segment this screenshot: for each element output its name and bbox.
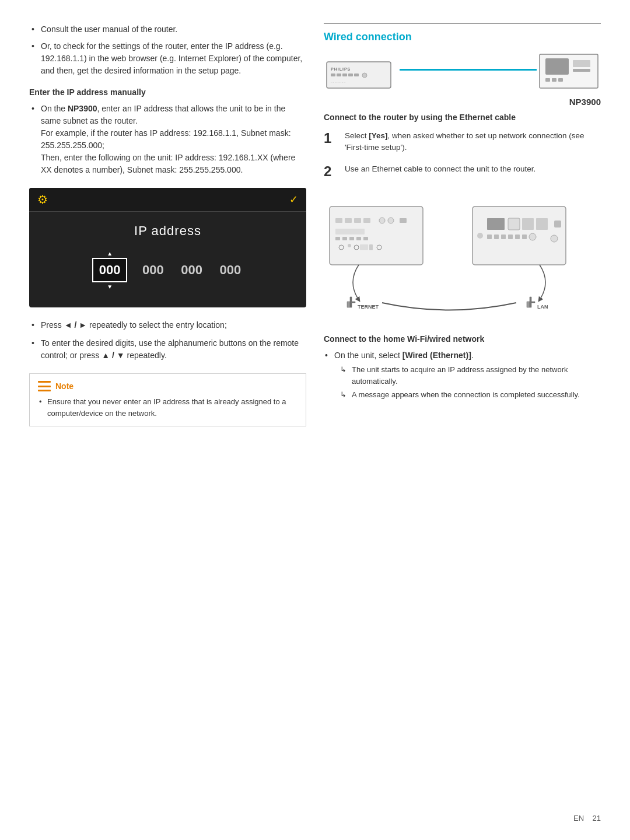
svg-point-22 [388, 218, 394, 223]
np3900-diagram [537, 51, 601, 92]
after-screen-bullet-2: To enter the desired digits, use the alp… [29, 337, 306, 362]
page-layout: Consult the user manual of the router. O… [29, 23, 601, 426]
ip-address-label: IP address [47, 223, 289, 239]
svg-rect-16 [330, 206, 423, 265]
svg-rect-27 [349, 237, 354, 240]
gear-icon: ⚙ [37, 192, 48, 206]
svg-rect-13 [545, 78, 550, 82]
svg-point-37 [477, 233, 483, 239]
svg-rect-2 [331, 74, 335, 76]
step-2-text: Use an Ethernet cable to connect the uni… [345, 163, 536, 175]
step-2: 2 Use an Ethernet cable to connect the u… [324, 163, 601, 180]
ip-segment-4: 000 [218, 259, 244, 281]
step-1: 1 Select [Yes], when asked whether to se… [324, 130, 601, 154]
section-divider [324, 23, 601, 24]
after-screen-bullet-1: Press ◄ / ► repeatedly to select the ent… [29, 319, 306, 331]
note-item-1: Ensure that you never enter an IP addres… [38, 396, 298, 419]
intro-bullet-2: Or, to check for the settings of the rou… [29, 40, 306, 77]
press-label: Press [41, 320, 64, 330]
svg-rect-14 [552, 78, 556, 82]
svg-rect-44 [487, 235, 492, 239]
up-down-nav: ▲ / ▼ [102, 351, 124, 360]
note-box: Note Ensure that you never enter an IP a… [29, 373, 306, 426]
svg-text:LAN: LAN [537, 304, 548, 310]
ip-dot-2 [171, 264, 174, 277]
page-footer: EN 21 [573, 814, 601, 822]
lan-svg-diagram: TERNET LAN [324, 189, 575, 323]
svg-rect-24 [335, 229, 365, 235]
svg-rect-29 [363, 237, 368, 240]
manual-ip-bullet-list: On the NP3900, enter an IP address that … [29, 103, 306, 176]
step-1-text: Select [Yes], when asked whether to set … [345, 130, 601, 154]
wired-title: Wired connection [324, 31, 601, 43]
svg-rect-11 [573, 60, 590, 67]
svg-rect-23 [400, 218, 407, 223]
svg-rect-26 [342, 237, 347, 240]
select-entry-text: repeatedly to select the entry location; [87, 320, 227, 330]
ethernet-cable [400, 69, 537, 71]
svg-point-21 [379, 218, 385, 223]
manual-ip-then: Then, enter the following on the unit: I… [41, 153, 295, 174]
intro-bullet-1: Consult the user manual of the router. [29, 23, 306, 36]
svg-text:TERNET: TERNET [358, 304, 379, 310]
svg-rect-45 [494, 235, 499, 239]
svg-rect-34 [369, 244, 373, 250]
svg-rect-46 [501, 235, 506, 239]
svg-rect-28 [356, 237, 361, 240]
svg-rect-12 [573, 69, 590, 72]
svg-rect-18 [345, 218, 352, 223]
after-screen-bullets: Press ◄ / ► repeatedly to select the ent… [29, 319, 306, 362]
ip-dot-1 [132, 264, 135, 277]
arrow-up-icon: ▲ [107, 250, 113, 257]
svg-rect-19 [354, 218, 361, 223]
note-title: Note [55, 382, 74, 391]
svg-point-31 [348, 244, 351, 247]
intro-bullet-list: Consult the user manual of the router. O… [29, 23, 306, 77]
svg-rect-5 [348, 74, 353, 76]
svg-rect-40 [522, 218, 534, 230]
np3900-label: NP3900 [569, 97, 601, 107]
footer-lang: EN [573, 814, 584, 822]
ip-screen-body: IP address ▲ 000 ▼ 000 000 000 [29, 212, 306, 307]
svg-point-7 [362, 73, 367, 78]
lan-diagram-container: TERNET LAN [324, 189, 601, 325]
svg-rect-39 [508, 218, 520, 230]
wifi-sub-list: The unit starts to acquire an IP address… [340, 364, 601, 401]
ip-address-screen: ⚙ ✓ IP address ▲ 000 ▼ 000 000 [29, 188, 306, 307]
left-right-nav: ◄ / ► [64, 320, 87, 330]
ip-active-digits: 000 [92, 258, 128, 282]
network-icon: ✓ [289, 193, 298, 206]
left-column: Consult the user manual of the router. O… [29, 23, 306, 426]
wifi-heading: Connect to the home Wi-Fi/wired network [324, 334, 601, 344]
note-header: Note [38, 381, 298, 391]
svg-point-43 [551, 235, 558, 242]
svg-rect-41 [536, 218, 548, 230]
svg-rect-42 [554, 220, 561, 228]
ip-input-row: ▲ 000 ▼ 000 000 000 [47, 250, 289, 290]
ip-dot-3 [209, 264, 213, 277]
svg-rect-47 [508, 235, 513, 239]
svg-text:PHILIPS: PHILIPS [331, 67, 351, 71]
router-diagram: PHILIPS · · · · · · · · [324, 53, 400, 94]
manual-ip-heading: Enter the IP address manually [29, 88, 306, 97]
repeatedly-text: repeatedly. [125, 351, 167, 360]
step-2-number: 2 [324, 163, 338, 180]
svg-rect-10 [545, 58, 569, 75]
svg-rect-20 [363, 218, 370, 223]
manual-ip-text: On the NP3900, enter an IP address that … [29, 103, 306, 176]
wifi-bullet-1: On the unit, select [Wired (Ethernet)]. … [324, 349, 601, 401]
note-content: Ensure that you never enter an IP addres… [38, 396, 298, 419]
svg-rect-49 [522, 235, 527, 239]
ip-segment-2: 000 [140, 259, 166, 281]
right-column: Wired connection PHILIPS · · · · · · · · [324, 23, 601, 426]
svg-point-50 [529, 233, 536, 240]
np3900-unit-container: NP3900 [537, 51, 601, 94]
wifi-sub-2: A message appears when the connection is… [340, 389, 601, 401]
connect-heading: Connect to the router by using the Ether… [324, 113, 601, 122]
svg-rect-6 [354, 74, 359, 76]
svg-rect-38 [487, 218, 505, 230]
steps-list: 1 Select [Yes], when asked whether to se… [324, 130, 601, 180]
arrow-down-icon: ▼ [107, 284, 113, 290]
wifi-bullet-list: On the unit, select [Wired (Ethernet)]. … [324, 349, 601, 401]
svg-rect-4 [342, 74, 347, 76]
